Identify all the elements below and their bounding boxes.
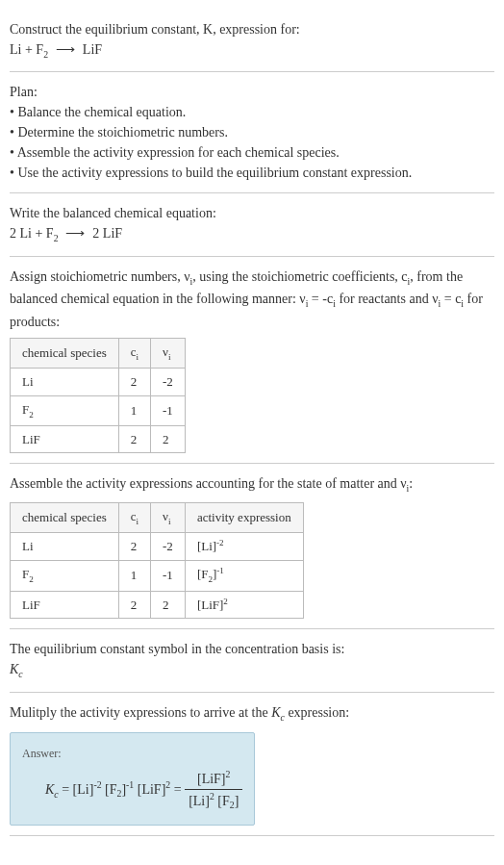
table-row: Li 2 -2 [Li]-2 bbox=[11, 533, 304, 561]
col-c: ci bbox=[118, 502, 150, 532]
col-expr: activity expression bbox=[185, 502, 303, 532]
plan-item-4: • Use the activity expressions to build … bbox=[10, 163, 494, 183]
balanced-text: Write the balanced chemical equation: bbox=[10, 203, 494, 223]
balanced-section: Write the balanced chemical equation: 2 … bbox=[10, 193, 494, 256]
symbol-section: The equilibrium constant symbol in the c… bbox=[10, 629, 494, 692]
table-header-row: chemical species ci νi activity expressi… bbox=[11, 502, 304, 532]
plan-item-2: • Determine the stoichiometric numbers. bbox=[10, 122, 494, 142]
kc-expression: Kc = [Li]-2 [F2]-1 [LiF]2 = [LiF]2[Li]2 … bbox=[45, 768, 242, 813]
stoich-table: chemical species ci νi Li 2 -2 F2 1 -1 L… bbox=[10, 338, 186, 453]
col-species: chemical species bbox=[11, 502, 119, 532]
stoich-text: Assign stoichiometric numbers, νi, using… bbox=[10, 267, 494, 332]
answer-box: Answer: Kc = [Li]-2 [F2]-1 [LiF]2 = [LiF… bbox=[10, 732, 255, 826]
intro-section: Construct the equilibrium constant, K, e… bbox=[10, 10, 494, 72]
plan-item-3: • Assemble the activity expression for e… bbox=[10, 142, 494, 163]
plan-header: Plan: bbox=[10, 82, 494, 102]
activity-section: Assemble the activity expressions accoun… bbox=[10, 464, 494, 629]
kc-symbol: Kc bbox=[10, 659, 494, 681]
stoich-section: Assign stoichiometric numbers, νi, using… bbox=[10, 257, 494, 464]
plan-section: Plan: • Balance the chemical equation. •… bbox=[10, 72, 494, 193]
fraction: [LiF]2[Li]2 [F2] bbox=[185, 768, 242, 813]
col-v: νi bbox=[151, 338, 186, 368]
table-row: LiF 2 2 [LiF]2 bbox=[11, 591, 304, 619]
plan-item-1: • Balance the chemical equation. bbox=[10, 102, 494, 122]
product-lif: LiF bbox=[83, 42, 102, 57]
table-row: F2 1 -1 bbox=[11, 395, 186, 425]
reactant-li: Li bbox=[10, 42, 21, 57]
table-row: Li 2 -2 bbox=[11, 369, 186, 396]
table-header-row: chemical species ci νi bbox=[11, 338, 186, 368]
arrow-icon: ⟶ bbox=[63, 225, 89, 241]
arrow-icon: ⟶ bbox=[52, 41, 79, 57]
multiply-text: Mulitply the activity expressions to arr… bbox=[10, 702, 494, 725]
balanced-equation: 2 Li + F2 ⟶ 2 LiF bbox=[10, 223, 494, 245]
table-row: LiF 2 2 bbox=[11, 425, 186, 453]
reactant-f2: F2 bbox=[36, 42, 48, 57]
multiply-section: Mulitply the activity expressions to arr… bbox=[10, 693, 494, 836]
activity-text: Assemble the activity expressions accoun… bbox=[10, 473, 494, 496]
symbol-text: The equilibrium constant symbol in the c… bbox=[10, 639, 494, 659]
table-row: F2 1 -1 [F2]-1 bbox=[11, 560, 304, 591]
col-v: νi bbox=[151, 502, 186, 532]
answer-label: Answer: bbox=[22, 745, 242, 762]
unbalanced-equation: Li + F2 ⟶ LiF bbox=[10, 39, 494, 62]
intro-text: Construct the equilibrium constant, K, e… bbox=[10, 19, 494, 39]
col-c: ci bbox=[118, 338, 150, 368]
col-species: chemical species bbox=[11, 338, 119, 368]
activity-table: chemical species ci νi activity expressi… bbox=[10, 502, 304, 619]
